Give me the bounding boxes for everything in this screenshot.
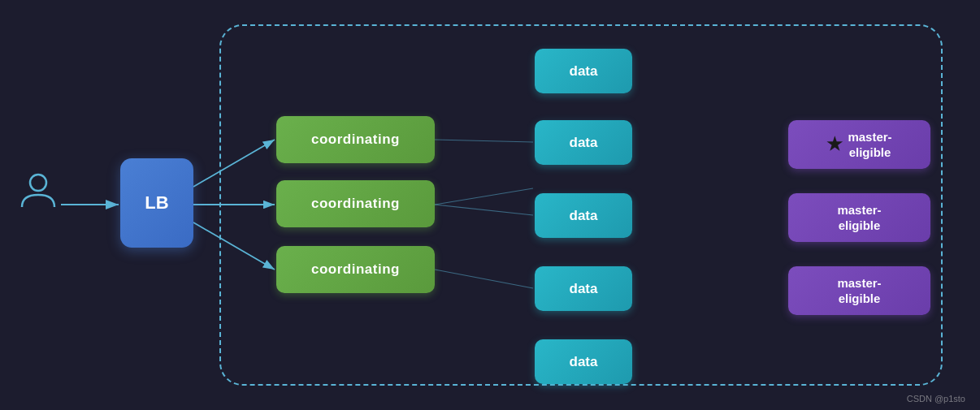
lb-label: LB bbox=[145, 192, 168, 214]
coordinating-node-2: coordinating bbox=[276, 180, 435, 227]
diagram-container: LB coordinating coordinating coordinatin… bbox=[0, 0, 980, 410]
svg-point-10 bbox=[30, 175, 46, 191]
data-node-5: data bbox=[535, 339, 632, 384]
user-icon bbox=[18, 170, 59, 211]
watermark: CSDN @p1sto bbox=[907, 394, 965, 404]
coordinating-node-3: coordinating bbox=[276, 246, 435, 293]
lb-box: LB bbox=[120, 158, 193, 248]
data-node-3: data bbox=[535, 193, 632, 238]
data-node-4: data bbox=[535, 266, 632, 311]
data-node-1: data bbox=[535, 49, 632, 93]
master-node-1: ★ master-eligible bbox=[788, 120, 930, 169]
data-node-2: data bbox=[535, 120, 632, 165]
active-master-star-icon: ★ bbox=[826, 133, 843, 157]
master-node-2: master-eligible bbox=[788, 193, 930, 242]
master-node-3: master-eligible bbox=[788, 266, 930, 315]
coordinating-node-1: coordinating bbox=[276, 116, 435, 163]
